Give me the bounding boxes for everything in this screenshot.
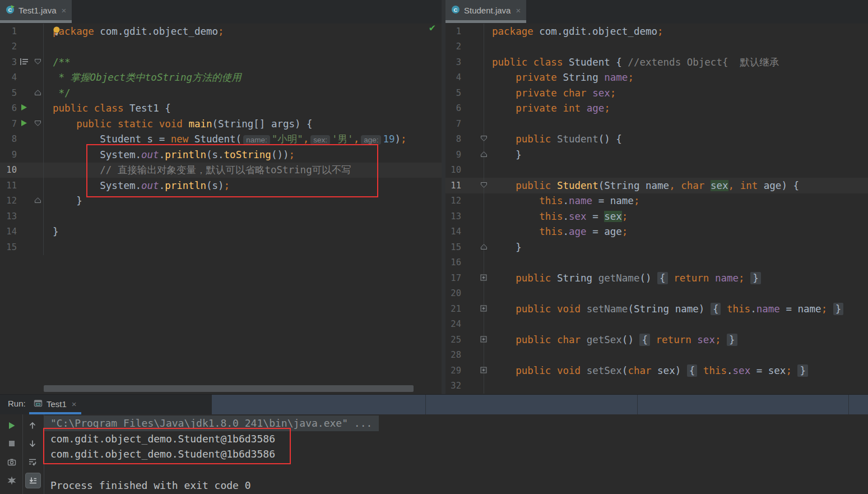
code-line[interactable]: 6public class Test1 { bbox=[0, 101, 442, 117]
close-icon[interactable]: × bbox=[72, 399, 77, 409]
code-line[interactable]: 3public class Student { //extends Object… bbox=[445, 54, 868, 70]
code-line[interactable]: 13 bbox=[0, 209, 442, 224]
code-line[interactable]: 20 bbox=[445, 286, 868, 302]
fold-down-icon[interactable] bbox=[34, 119, 41, 129]
code-line[interactable]: 4 private String name; bbox=[445, 70, 868, 86]
line-number: 20 bbox=[445, 288, 461, 298]
right-code-area[interactable]: 1package com.gdit.object_demo;23public c… bbox=[445, 24, 868, 394]
code-token: this bbox=[539, 195, 563, 206]
plus-icon[interactable] bbox=[480, 335, 487, 345]
code-token bbox=[492, 72, 516, 83]
run-tab-test1[interactable]: Test1 × bbox=[29, 396, 81, 414]
code-line[interactable]: 2 bbox=[445, 39, 868, 55]
editor-splitter[interactable] bbox=[442, 0, 445, 394]
camera-button[interactable] bbox=[4, 455, 19, 469]
code-line[interactable]: 21 public void setName(String name) { th… bbox=[445, 301, 868, 317]
console-line[interactable]: com.gdit.object_demo.Student@1b6d3586 bbox=[44, 446, 868, 462]
code-line[interactable]: 10 bbox=[445, 163, 868, 178]
ide-window: C Test1.java × 1package com.gdit.object_… bbox=[0, 0, 868, 494]
tab-test1-java[interactable]: C Test1.java × bbox=[0, 0, 72, 23]
soft-wrap-button[interactable] bbox=[25, 455, 40, 469]
fold-up-icon[interactable] bbox=[34, 196, 41, 206]
code-line[interactable]: 13 this.sex = sex; bbox=[445, 209, 868, 224]
code-line[interactable]: 9 } bbox=[445, 147, 868, 163]
code-line[interactable]: 12 } bbox=[0, 193, 442, 209]
fold-down-icon[interactable] bbox=[480, 181, 488, 191]
code-text: /** bbox=[49, 57, 71, 68]
code-text: } bbox=[49, 195, 82, 206]
fold-down-icon[interactable] bbox=[34, 57, 41, 67]
code-line[interactable]: 29 public void setSex(char sex) { this.s… bbox=[445, 363, 868, 378]
plus-icon[interactable] bbox=[480, 273, 487, 283]
scroll-to-end-button[interactable] bbox=[25, 473, 41, 488]
code-token: //extends Object{ 默认继承 bbox=[628, 57, 779, 68]
fold-down-icon[interactable] bbox=[480, 134, 488, 144]
code-text: } bbox=[490, 149, 522, 160]
gutter: 15 bbox=[0, 239, 49, 255]
code-token: name: bbox=[243, 135, 270, 145]
code-line[interactable]: 6 private int age; bbox=[445, 101, 868, 117]
stop-button[interactable] bbox=[4, 436, 19, 451]
code-line[interactable]: 9 System.out.println(s.toString()); bbox=[0, 147, 442, 163]
code-line[interactable]: 24 bbox=[445, 317, 868, 333]
tab-student-java[interactable]: C Student.java × bbox=[445, 0, 526, 23]
code-line[interactable]: 1package com.gdit.object_demo; bbox=[445, 24, 868, 39]
code-line[interactable]: 2 bbox=[0, 39, 442, 55]
code-token bbox=[581, 334, 587, 345]
code-line[interactable]: 15 } bbox=[445, 239, 868, 255]
code-line[interactable]: 12 this.name = name; bbox=[445, 193, 868, 209]
code-line[interactable]: 5 */ bbox=[0, 85, 442, 101]
console-line[interactable] bbox=[44, 462, 868, 478]
code-line[interactable]: 14} bbox=[0, 224, 442, 240]
code-text: public Student() { bbox=[490, 133, 622, 145]
code-line[interactable]: 11 System.out.println(s); bbox=[0, 178, 442, 193]
code-line[interactable]: 8 Student s = new Student(name:"小明",sex:… bbox=[0, 132, 442, 147]
close-icon[interactable]: × bbox=[62, 6, 67, 15]
fold-up-icon[interactable] bbox=[480, 150, 488, 160]
code-line[interactable]: 25 public char getSex() { return sex; } bbox=[445, 332, 868, 348]
plus-icon[interactable] bbox=[480, 304, 487, 314]
star-tool-button[interactable] bbox=[4, 473, 19, 488]
code-line[interactable]: 5 private char sex; bbox=[445, 85, 868, 101]
code-token: ; bbox=[610, 87, 616, 99]
left-code-area[interactable]: 1package com.gdit.object_demo;23/**4 * 掌… bbox=[0, 24, 442, 255]
code-line[interactable]: 14 this.age = age; bbox=[445, 224, 868, 240]
line-number: 5 bbox=[445, 88, 461, 98]
code-line[interactable]: 1package com.gdit.object_demo; bbox=[0, 24, 442, 39]
code-line[interactable]: 32 bbox=[445, 378, 868, 394]
code-line[interactable]: 10 // 直接输出对象变量，默认可以省略toString可以不写 bbox=[0, 163, 442, 178]
code-line[interactable]: 7 bbox=[445, 116, 868, 132]
scroll-down-button[interactable] bbox=[25, 436, 40, 451]
editor-pane-test1[interactable]: C Test1.java × 1package com.gdit.object_… bbox=[0, 0, 442, 394]
fold-up-icon[interactable] bbox=[34, 88, 41, 98]
console-line[interactable]: com.gdit.object_demo.Student@1b6d3586 bbox=[44, 431, 868, 447]
line-number: 6 bbox=[445, 103, 461, 113]
console-output[interactable]: "C:\Program Files\Java\jdk1.8.0_241\bin\… bbox=[44, 415, 868, 493]
console-line[interactable]: "C:\Program Files\Java\jdk1.8.0_241\bin\… bbox=[44, 415, 868, 431]
code-token: this bbox=[727, 303, 750, 315]
rerun-button[interactable] bbox=[4, 418, 19, 433]
run-icon[interactable] bbox=[21, 103, 27, 113]
code-line[interactable]: 4 * 掌握Object类中toString方法的使用 bbox=[0, 70, 442, 86]
console-line[interactable]: Process finished with exit code 0 bbox=[44, 478, 868, 493]
code-line[interactable]: 16 bbox=[445, 255, 868, 271]
code-line[interactable]: 15 bbox=[0, 239, 442, 255]
code-line[interactable]: 7 public static void main(String[] args)… bbox=[0, 116, 442, 132]
close-icon[interactable]: × bbox=[516, 6, 521, 15]
code-token: class bbox=[94, 103, 124, 114]
code-line[interactable]: 11 public Student(String name, char sex,… bbox=[445, 178, 868, 193]
intention-bulb-icon[interactable] bbox=[53, 26, 61, 38]
editor-pane-student[interactable]: C Student.java × 1package com.gdit.objec… bbox=[445, 0, 868, 394]
run-icon[interactable] bbox=[21, 119, 27, 129]
right-editor-tab-bar: C Student.java × bbox=[445, 0, 868, 24]
plus-icon[interactable] bbox=[480, 366, 487, 376]
code-line[interactable]: 3/** bbox=[0, 54, 442, 70]
code-token: name bbox=[604, 72, 628, 83]
horizontal-scrollbar[interactable] bbox=[44, 385, 414, 392]
code-line[interactable]: 28 bbox=[445, 348, 868, 363]
scroll-up-button[interactable] bbox=[25, 418, 40, 433]
code-line[interactable]: 17 public String getName() { return name… bbox=[445, 270, 868, 286]
fold-up-icon[interactable] bbox=[480, 242, 488, 252]
list-icon[interactable] bbox=[20, 57, 29, 67]
code-line[interactable]: 8 public Student() { bbox=[445, 132, 868, 147]
